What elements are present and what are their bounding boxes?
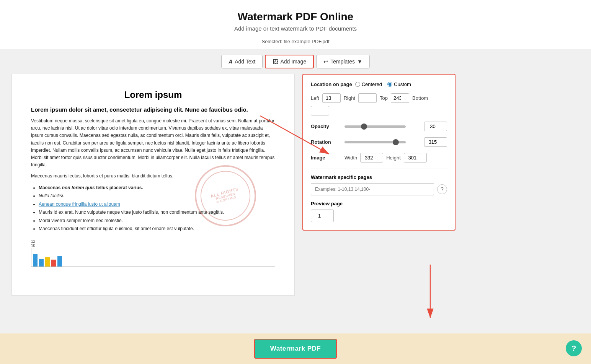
centered-label: Centered (362, 81, 382, 87)
right-input[interactable] (358, 93, 377, 103)
add-image-label: Add Image (280, 58, 306, 65)
pdf-title: Lorem ipsum (31, 89, 275, 100)
watermark-pages-label: Watermark specific pages (311, 174, 447, 180)
pdf-body1: Vestibulum neque massa, scelerisque sit … (31, 117, 275, 169)
centered-radio[interactable]: Centered (355, 81, 382, 87)
opacity-label: Opacity (311, 123, 341, 129)
pdf-preview: Lorem ipsum Lorem ipsum dolor sit amet, … (11, 74, 295, 296)
opacity-slider[interactable] (344, 125, 406, 128)
bottom-bar: Watermark PDF (0, 333, 591, 364)
add-image-icon: 🖼 (273, 58, 278, 65)
help-bubble-button[interactable]: ? (566, 340, 582, 356)
pdf-subtitle: Lorem ipsum dolor sit amet, consectetur … (31, 106, 275, 113)
right-panel: Location on page Centered Custom Left Ri… (302, 74, 455, 296)
settings-divider (311, 169, 447, 169)
templates-button[interactable]: ↩ Templates ▼ (316, 55, 370, 68)
templates-label: Templates (330, 58, 355, 65)
preview-page-input[interactable] (311, 210, 334, 222)
bottom-label: Bottom (412, 95, 428, 101)
image-row: Image Width Height (311, 153, 447, 162)
mini-chart: 12 10 (31, 239, 275, 267)
height-label: Height (386, 155, 401, 161)
custom-label: Custom (394, 81, 411, 87)
left-label: Left (311, 95, 319, 101)
bottom-input[interactable] (311, 106, 329, 115)
location-label: Location on page (311, 81, 352, 87)
page-subtitle: Add image or text watermark to PDF docum… (0, 25, 591, 32)
add-text-button[interactable]: A Add Text (221, 55, 263, 68)
preview-page-section: Preview page (311, 201, 447, 222)
location-row: Location on page Centered Custom (311, 81, 447, 87)
left-input[interactable] (322, 93, 341, 103)
rotation-slider[interactable] (344, 141, 406, 143)
width-input[interactable] (360, 153, 383, 162)
top-label: Top (380, 95, 388, 101)
add-image-button[interactable]: 🖼 Add Image (265, 55, 314, 68)
page-header: Watermark PDF Online Add image or text w… (0, 0, 591, 36)
templates-chevron-icon: ▼ (357, 58, 362, 65)
settings-box: Location on page Centered Custom Left Ri… (302, 74, 455, 231)
top-input[interactable] (391, 93, 409, 103)
watermark-specific-section: Watermark specific pages ? (311, 174, 447, 195)
pages-input[interactable] (311, 183, 434, 195)
custom-radio[interactable]: Custom (387, 81, 411, 87)
rotation-row: Rotation (311, 137, 447, 147)
height-input[interactable] (404, 153, 427, 162)
selected-file-label: Selected: file example PDF.pdf (0, 36, 591, 49)
page-title: Watermark PDF Online (0, 11, 591, 23)
watermark-pdf-button[interactable]: Watermark PDF (254, 339, 337, 359)
width-label: Width (344, 155, 357, 161)
opacity-row: Opacity (311, 122, 447, 131)
right-label: Right (344, 95, 355, 101)
pages-help-icon[interactable]: ? (437, 184, 447, 194)
main-area: Lorem ipsum Lorem ipsum dolor sit amet, … (0, 74, 591, 296)
toolbar: A Add Text 🖼 Add Image ↩ Templates ▼ (0, 49, 591, 74)
rotation-label: Rotation (311, 139, 341, 145)
opacity-value-input[interactable] (424, 122, 447, 131)
preview-page-label: Preview page (311, 201, 447, 206)
add-text-label: Add Text (235, 58, 255, 65)
templates-icon: ↩ (323, 58, 328, 65)
lrtb-row: Left Right Top Bottom (311, 93, 447, 115)
watermark-stamp: ALL RIGHTS RESERVED © COPYING (195, 165, 256, 226)
add-text-icon: A (229, 58, 232, 65)
help-bubble-icon: ? (571, 344, 576, 353)
rotation-value-input[interactable] (424, 137, 447, 147)
image-label: Image (311, 155, 341, 161)
